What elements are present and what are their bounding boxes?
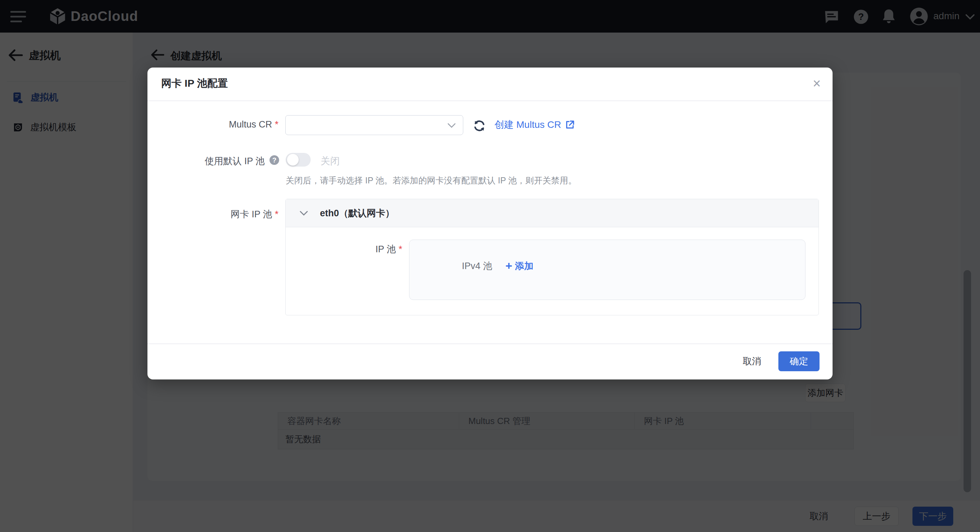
refresh-icon[interactable]	[473, 119, 486, 133]
application-root: DaoCloud ? admin 虚拟机	[0, 0, 980, 532]
plus-icon: +	[506, 259, 512, 273]
eth0-panel-header[interactable]: eth0（默认网卡）	[286, 199, 818, 227]
create-multus-cr-link[interactable]: 创建 Multus CR	[495, 118, 575, 131]
external-link-icon	[565, 119, 575, 130]
required-asterisk: *	[398, 244, 402, 254]
ipv4-pool-label: IPv4 池	[462, 260, 492, 272]
ip-pool-label-wrap: IP 池*	[286, 243, 402, 256]
multus-cr-label: Multus CR	[229, 119, 272, 130]
toggle-state-text: 关闭	[321, 155, 340, 168]
nic-pool-label: 网卡 IP 池	[231, 209, 272, 219]
close-icon[interactable]: ×	[808, 75, 825, 92]
multus-cr-label-wrap: Multus CR*	[148, 119, 278, 130]
add-ipv4-pool-link[interactable]: + 添加	[506, 259, 533, 273]
ip-pool-label: IP 池	[375, 244, 396, 254]
required-asterisk: *	[275, 209, 278, 219]
nic-ip-pool-dialog: 网卡 IP 池配置 × Multus CR* 创建 Multus CR	[148, 68, 832, 380]
default-pool-help-text: 关闭后，请手动选择 IP 池。若添加的网卡没有配置默认 IP 池，则开关禁用。	[286, 175, 577, 186]
eth0-collapse-panel: eth0（默认网卡） IP 池* IPv4 池 + 添加	[285, 199, 819, 315]
ip-pool-box: IPv4 池 + 添加	[409, 240, 805, 300]
toggle-knob	[287, 154, 299, 165]
collapse-chevron-down-icon	[299, 210, 309, 217]
select-chevron-down-icon	[447, 122, 457, 129]
dialog-cancel-button[interactable]: 取消	[737, 351, 767, 371]
default-pool-toggle[interactable]	[286, 153, 311, 167]
default-pool-label: 使用默认 IP 池	[205, 156, 265, 166]
dialog-ok-button[interactable]: 确定	[778, 351, 819, 371]
add-ipv4-pool-label: 添加	[515, 260, 533, 272]
dialog-header-divider	[148, 100, 832, 101]
create-multus-cr-link-label: 创建 Multus CR	[495, 118, 561, 131]
eth0-panel-title: eth0（默认网卡）	[320, 207, 395, 219]
default-pool-help-icon[interactable]: ?	[269, 155, 279, 165]
required-asterisk: *	[275, 119, 278, 130]
multus-cr-select[interactable]	[285, 115, 463, 135]
dialog-title: 网卡 IP 池配置	[161, 76, 228, 91]
nic-pool-label-wrap: 网卡 IP 池*	[148, 208, 278, 221]
dialog-footer-divider	[148, 343, 832, 344]
default-pool-label-wrap: 使用默认 IP 池	[148, 155, 265, 167]
